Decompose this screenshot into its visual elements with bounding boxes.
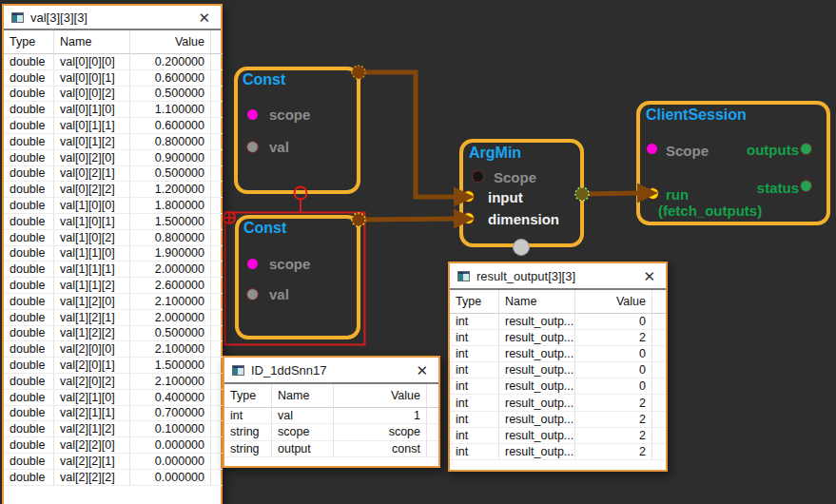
table-cell (211, 406, 223, 422)
port-scope-label: scope (269, 107, 310, 123)
table-cell (211, 198, 223, 214)
table-cell: val[1][0][0] (54, 198, 130, 214)
table-icon (457, 271, 470, 281)
table-cell (211, 118, 223, 134)
table-cell (652, 395, 666, 411)
table-cell: double (4, 341, 54, 358)
table-cell: 0.400000 (130, 390, 211, 406)
table-cell: 0 (575, 314, 652, 330)
table-cell (211, 102, 223, 118)
window-title: ID_1ddSnn17 (251, 363, 406, 378)
table-cell (211, 454, 223, 470)
table-cell (211, 54, 223, 70)
table-cell: val[1][1][0] (54, 246, 130, 262)
table-cell: 2.100000 (130, 374, 211, 390)
table-cell: result_outp... (499, 362, 575, 378)
table-cell: 1.200000 (130, 182, 211, 198)
table-cell: int (450, 395, 499, 411)
port-val-label: val (269, 286, 289, 302)
port-input-dot[interactable] (463, 191, 474, 202)
node-editor-canvas: { "ui": { "close_glyph": "✕" }, "colors"… (0, 0, 836, 504)
table-cell: double (4, 182, 54, 198)
table-cell: int (450, 346, 499, 362)
table-cell: val[0][1][2] (54, 134, 130, 150)
column-header (427, 384, 438, 408)
table-cell (652, 428, 666, 444)
table-icon (11, 12, 24, 23)
table-cell (211, 182, 223, 198)
column-header: Value (130, 30, 211, 54)
table-cell (211, 374, 223, 390)
table-cell (652, 346, 666, 362)
table-cell: val[1][1][2] (54, 278, 130, 294)
port-val-dot[interactable] (247, 142, 258, 152)
table-cell: 1.500000 (130, 214, 211, 230)
table-cell: int (450, 428, 499, 444)
window-titlebar[interactable]: val[3][3][3] ✕ (4, 6, 221, 30)
table-cell: result_outp... (499, 428, 575, 444)
port-outputs-dot[interactable] (801, 144, 811, 154)
close-button[interactable]: ✕ (640, 268, 658, 284)
node-clientsession[interactable]: ClientSession Scope outputs status run (… (636, 101, 830, 225)
column-header: Value (334, 384, 427, 408)
table-cell: val[1][0][1] (54, 214, 130, 230)
port-status-dot[interactable] (801, 181, 811, 191)
node-const-1[interactable]: Const scope val (234, 67, 360, 194)
port-scope-dot[interactable] (247, 259, 258, 269)
port-scope-label: scope (269, 256, 310, 272)
table-cell: val[0][2][1] (54, 166, 130, 183)
table-cell: val[2][2][0] (54, 437, 130, 454)
port-dimension-dot[interactable] (463, 213, 474, 223)
table-cell (652, 412, 666, 428)
close-button[interactable]: ✕ (195, 10, 213, 26)
table-cell: 1.100000 (130, 102, 211, 118)
port-val-dot[interactable] (247, 289, 258, 300)
window-titlebar[interactable]: ID_1ddSnn17 ✕ (224, 358, 438, 384)
port-scope-label: Scope (494, 169, 536, 185)
table-cell: result_outp... (499, 330, 575, 346)
table-cell: int (450, 444, 499, 460)
port-scope-dot[interactable] (247, 109, 258, 120)
wire-const1-to-input (359, 72, 457, 197)
table-cell: result_outp... (499, 314, 575, 330)
port-scope-dot[interactable] (647, 144, 657, 154)
table-cell: double (4, 406, 54, 422)
table-cell (211, 421, 223, 437)
table-cell: 0.500000 (130, 326, 211, 342)
table-cell: val[2][0][0] (54, 341, 130, 358)
table-cell: 0.500000 (130, 87, 211, 103)
port-run-dot[interactable] (648, 188, 658, 199)
selection-crosshair-icon (223, 211, 236, 224)
table-cell: result_outp... (499, 444, 575, 460)
table-cell: double (4, 198, 54, 214)
table-cell: scope (334, 424, 427, 440)
table-cell: val[1][2][0] (54, 294, 130, 310)
table-cell: double (4, 54, 54, 70)
table-cell: int (450, 330, 499, 346)
node-const-2[interactable]: Const scope val (235, 215, 360, 339)
table-cell: val[0][2][0] (54, 150, 130, 166)
column-header: Type (450, 290, 499, 314)
table-cell (211, 230, 223, 246)
port-scope-dot[interactable] (473, 171, 483, 182)
table-cell: double (4, 134, 54, 150)
table-cell: 0.000000 (130, 470, 211, 486)
close-button[interactable]: ✕ (413, 362, 431, 378)
table-cell (211, 341, 223, 358)
table-cell: int (450, 412, 499, 428)
table-cell: int (450, 362, 499, 378)
table-cell: string (224, 441, 272, 457)
table-cell (652, 378, 666, 395)
port-dimension-label: dimension (488, 211, 559, 227)
table-cell: double (4, 470, 54, 486)
table-cell: double (4, 70, 54, 87)
wire-const2-to-dimension (360, 219, 457, 220)
table-cell: 0 (575, 346, 652, 362)
window-titlebar[interactable]: result_output[3][3] ✕ (450, 263, 666, 290)
table-cell: result_outp... (499, 395, 575, 411)
node-argmin[interactable]: ArgMin Scope input dimension (459, 139, 584, 247)
table-cell (211, 246, 223, 262)
table-cell: 2.100000 (130, 341, 211, 358)
table-cell: result_outp... (499, 378, 575, 395)
column-header: Type (4, 30, 54, 54)
